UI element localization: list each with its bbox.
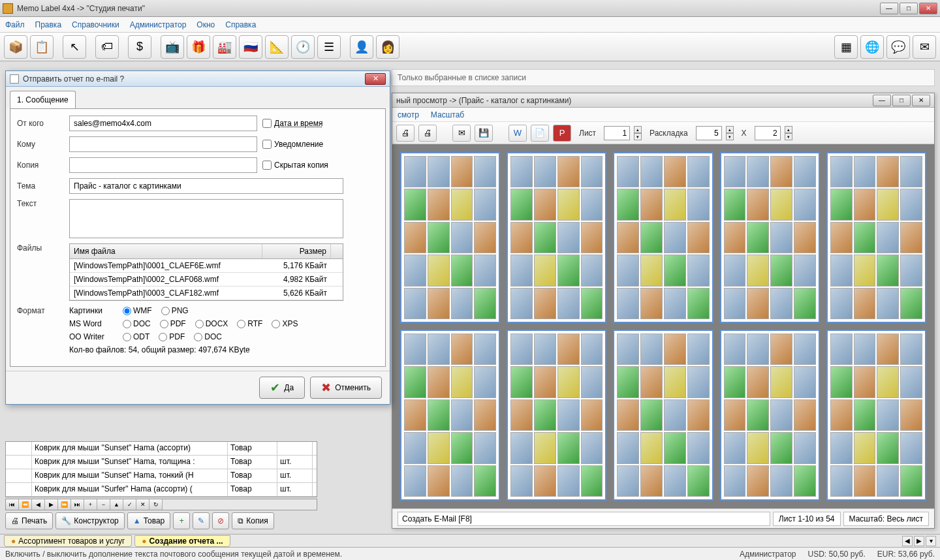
chat-icon[interactable]: 💬 — [886, 35, 910, 59]
flag-icon[interactable]: 🇷🇺 — [239, 35, 262, 59]
menu-window[interactable]: Окно — [196, 20, 215, 29]
yes-button[interactable]: ✔Да — [259, 377, 305, 399]
body-textarea[interactable] — [69, 199, 343, 238]
close-button[interactable]: ✕ — [919, 3, 937, 14]
page-thumbnail[interactable] — [720, 152, 820, 323]
radio-xps[interactable] — [272, 320, 280, 328]
radio-pdf[interactable] — [160, 320, 168, 328]
user-male-icon[interactable]: 👤 — [350, 35, 373, 59]
print-icon[interactable]: 🖨 — [396, 125, 415, 142]
box-icon[interactable]: 📦 — [4, 35, 27, 59]
catalog-icon[interactable]: 📋 — [30, 35, 54, 59]
nav-prev[interactable]: ◀ — [32, 499, 45, 510]
page-down[interactable]: ▾ — [634, 133, 642, 140]
cols-up[interactable]: ▴ — [726, 126, 734, 133]
page-thumbnail[interactable] — [400, 330, 500, 501]
nav-add[interactable]: + — [84, 499, 97, 510]
dollar-icon[interactable]: $ — [128, 35, 151, 59]
nav-next-page[interactable]: ⏩ — [58, 499, 71, 510]
menu-refs[interactable]: Справочники — [72, 20, 119, 29]
constructor-button[interactable]: 🔧Конструктор — [55, 512, 124, 529]
print-button[interactable]: 🖨Печать — [5, 512, 53, 529]
tab-report[interactable]: ●Создание отчета ... — [134, 535, 230, 547]
rows-down[interactable]: ▾ — [785, 133, 792, 140]
nav-first[interactable]: ⏮ — [6, 499, 19, 510]
status-hint-input[interactable] — [398, 512, 770, 526]
email-icon[interactable]: ✉ — [452, 125, 471, 142]
from-input[interactable] — [69, 116, 257, 131]
radio-docx[interactable] — [195, 320, 204, 328]
menu-admin[interactable]: Администратор — [130, 20, 187, 29]
minimize-button[interactable]: — — [880, 3, 898, 14]
file-row[interactable]: [WindowsTempPath]\0003_CLAF182.wmf5,626 … — [70, 287, 343, 300]
radio-odt[interactable] — [123, 333, 131, 341]
nav-next[interactable]: ▶ — [45, 499, 58, 510]
page-thumbnail[interactable] — [507, 152, 606, 323]
layout-rows-input[interactable] — [755, 126, 781, 140]
col-filename[interactable]: Имя файла — [70, 244, 262, 258]
radio-doc[interactable] — [123, 320, 131, 328]
file-row[interactable]: [WindowsTempPath]\0001_CLAEF6E.wmf5,176 … — [70, 259, 343, 273]
gift-icon[interactable]: 🎁 — [187, 35, 210, 59]
tab-assortment[interactable]: ●Ассортимент товаров и услуг — [4, 535, 132, 547]
clock-icon[interactable]: 🕐 — [291, 35, 315, 59]
doc-icon[interactable]: 📄 — [531, 125, 549, 142]
copy-button[interactable]: ⧉Копия — [232, 512, 274, 529]
radio-png[interactable] — [161, 307, 170, 315]
arrow-icon[interactable]: ↖ — [63, 35, 86, 59]
product-button[interactable]: ▲Товар — [127, 512, 171, 529]
menu-file[interactable]: Файл — [5, 20, 25, 29]
preview-menu-scale[interactable]: Масштаб — [431, 110, 464, 119]
col-size[interactable]: Размер — [262, 244, 331, 258]
page-thumbnail[interactable] — [826, 152, 926, 323]
nav-last[interactable]: ⏭ — [71, 499, 84, 510]
nav-ok[interactable]: ✓ — [123, 499, 136, 510]
globe-icon[interactable]: 🌐 — [860, 35, 884, 59]
page-thumbnail[interactable] — [507, 330, 606, 501]
preview-maximize[interactable]: □ — [892, 95, 911, 106]
tag-icon[interactable]: 🏷 — [95, 35, 119, 59]
hidden-checkbox[interactable] — [262, 161, 272, 170]
product-grid[interactable]: Коврик для мыши "Sunset" Hama (ассорти)Т… — [5, 441, 317, 497]
radio-rtf[interactable] — [237, 320, 245, 328]
word-icon[interactable]: W — [509, 125, 527, 142]
to-input[interactable] — [69, 136, 257, 152]
nav-cancel[interactable]: ✕ — [136, 499, 149, 510]
radio-wmf[interactable] — [123, 307, 131, 315]
ruler-icon[interactable]: 📐 — [265, 35, 289, 59]
mail-icon[interactable]: ✉ — [913, 35, 936, 59]
tab-scroll-left[interactable]: ◀ — [902, 536, 913, 546]
preview-minimize[interactable]: — — [873, 95, 891, 106]
nav-edit[interactable]: ▲ — [110, 499, 123, 510]
file-row[interactable]: [WindowsTempPath]\0002_CLAF068.wmf4,982 … — [70, 273, 343, 287]
notify-checkbox[interactable] — [262, 140, 272, 149]
table-row[interactable]: Коврик для мыши "Sunset" Hama, тонкий (H… — [6, 469, 317, 483]
radio-doc2[interactable] — [194, 333, 202, 341]
rows-up[interactable]: ▴ — [785, 126, 792, 133]
menu-edit[interactable]: Правка — [35, 20, 62, 29]
subject-input[interactable] — [69, 178, 343, 194]
save-icon[interactable]: 💾 — [475, 125, 493, 142]
page-thumbnail[interactable] — [613, 330, 713, 501]
edit-button[interactable]: ✎ — [193, 512, 210, 529]
dialog-close-button[interactable]: ✕ — [365, 73, 386, 85]
page-thumbnail[interactable] — [400, 152, 500, 323]
stamp-icon[interactable]: ▦ — [834, 35, 858, 59]
cancel-button[interactable]: ✖Отменить — [310, 377, 382, 399]
preview-grid[interactable] — [392, 144, 934, 508]
delete-button[interactable]: ⊘ — [212, 512, 229, 529]
tab-message[interactable]: 1. Сообщение — [10, 91, 76, 108]
table-row[interactable]: Коврик для мыши "Surfer" Hama (ассорти) … — [6, 483, 317, 497]
preview-close[interactable]: ✕ — [912, 95, 930, 106]
tv-icon[interactable]: 📺 — [161, 35, 184, 59]
page-number-input[interactable] — [604, 126, 630, 140]
user-female-icon[interactable]: 👩 — [376, 35, 400, 59]
table-row[interactable]: Коврик для мыши "Sunset" Hama, толщина :… — [6, 456, 317, 469]
preview-menu-view[interactable]: смотр — [398, 110, 419, 119]
table-row[interactable]: Коврик для мыши "Sunset" Hama (ассорти)Т… — [6, 442, 317, 456]
page-up[interactable]: ▴ — [634, 126, 642, 133]
nav-refresh[interactable]: ↻ — [149, 499, 163, 510]
page-thumbnail[interactable] — [826, 330, 926, 501]
print-settings-icon[interactable]: 🖨 — [418, 125, 437, 142]
datetime-checkbox[interactable] — [262, 119, 272, 128]
